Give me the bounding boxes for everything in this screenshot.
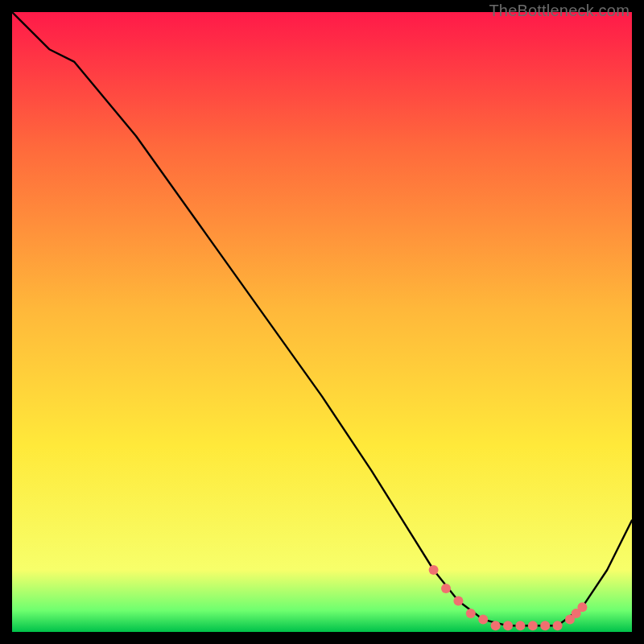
plot-area <box>12 12 632 632</box>
background-gradient <box>12 12 632 632</box>
chart-stage: TheBottleneck.com <box>0 0 644 644</box>
watermark-text: TheBottleneck.com <box>489 2 630 20</box>
svg-rect-0 <box>12 12 632 632</box>
